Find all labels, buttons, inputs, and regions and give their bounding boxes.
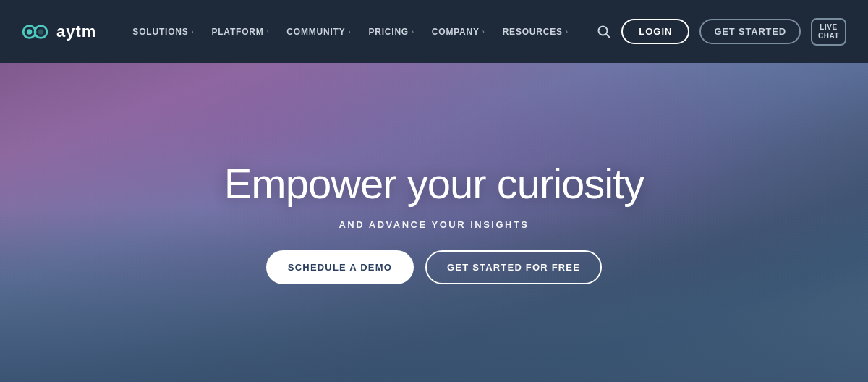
nav-item-resources[interactable]: RESOURCES › (495, 22, 576, 41)
logo-link[interactable]: aytm (22, 22, 96, 42)
hero-content: Empower your curiosity AND ADVANCE YOUR … (224, 161, 644, 285)
get-started-free-button[interactable]: GET STARTED FOR FREE (425, 250, 602, 284)
search-icon (597, 25, 611, 39)
chevron-icon: › (412, 28, 414, 35)
hero-buttons: SCHEDULE A DEMO GET STARTED FOR FREE (266, 250, 602, 284)
nav-item-pricing[interactable]: PRICING › (361, 22, 421, 41)
hero-subtitle: AND ADVANCE YOUR INSIGHTS (339, 219, 529, 230)
hero-title: Empower your curiosity (224, 161, 644, 207)
svg-line-6 (606, 34, 610, 38)
svg-point-1 (27, 29, 32, 34)
search-button[interactable] (597, 25, 611, 39)
chevron-icon: › (566, 28, 569, 35)
nav-actions: LOGIN GET STARTED LIVECHAT (597, 18, 846, 46)
logo-icon (22, 22, 49, 42)
live-chat-button[interactable]: LIVECHAT (811, 18, 846, 46)
chevron-icon: › (192, 28, 195, 35)
hero-section: Empower your curiosity AND ADVANCE YOUR … (0, 63, 868, 382)
nav-item-company[interactable]: COMPANY › (425, 22, 493, 41)
chevron-icon: › (267, 28, 270, 35)
schedule-demo-button[interactable]: SCHEDULE A DEMO (266, 250, 414, 284)
navbar: aytm SOLUTIONS › PLATFORM › COMMUNITY › … (0, 0, 868, 63)
nav-item-platform[interactable]: PLATFORM › (204, 22, 276, 41)
nav-links: SOLUTIONS › PLATFORM › COMMUNITY › PRICI… (125, 22, 597, 41)
nav-item-solutions[interactable]: SOLUTIONS › (125, 22, 201, 41)
get-started-button[interactable]: GET STARTED (699, 19, 801, 44)
brand-name: aytm (56, 22, 96, 41)
chevron-icon: › (482, 28, 485, 35)
chevron-icon: › (349, 28, 352, 35)
login-button[interactable]: LOGIN (621, 19, 689, 44)
nav-item-community[interactable]: COMMUNITY › (279, 22, 358, 41)
svg-point-4 (38, 29, 43, 34)
